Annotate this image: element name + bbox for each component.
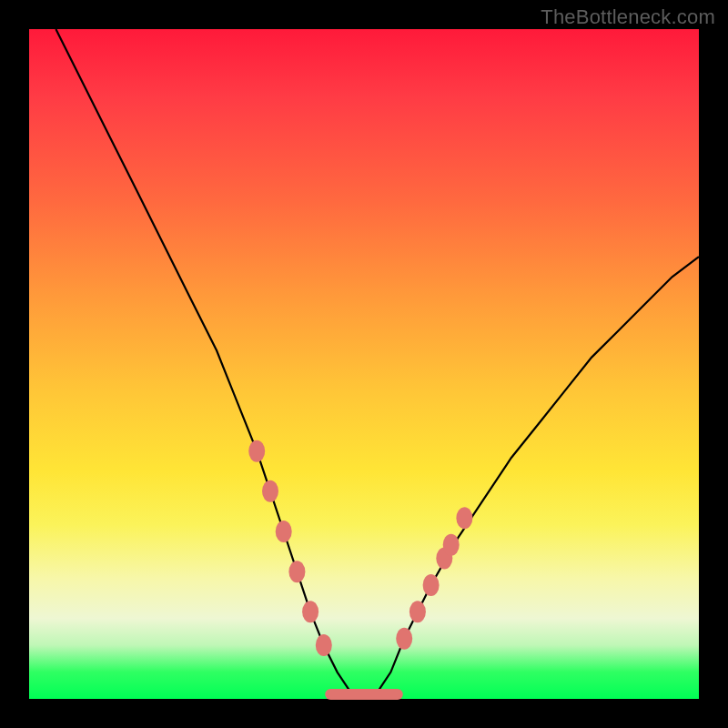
- curve-marker: [262, 480, 278, 502]
- chart-frame: TheBottleneck.com: [0, 0, 728, 728]
- curve-marker: [248, 440, 265, 462]
- curve-marker: [396, 628, 412, 650]
- markers-left: [248, 440, 332, 656]
- curve-svg: [29, 29, 699, 699]
- markers-right: [396, 507, 472, 650]
- plot-area: [29, 29, 699, 699]
- curve-marker: [443, 534, 460, 556]
- watermark-text: TheBottleneck.com: [541, 5, 715, 29]
- curve-marker: [423, 574, 440, 596]
- curve-marker: [410, 601, 426, 622]
- curve-marker: [288, 561, 305, 582]
- curve-marker: [302, 601, 318, 622]
- curve-marker: [316, 634, 332, 656]
- curve-marker: [456, 507, 472, 529]
- bottleneck-curve: [56, 29, 699, 699]
- curve-marker: [276, 521, 292, 542]
